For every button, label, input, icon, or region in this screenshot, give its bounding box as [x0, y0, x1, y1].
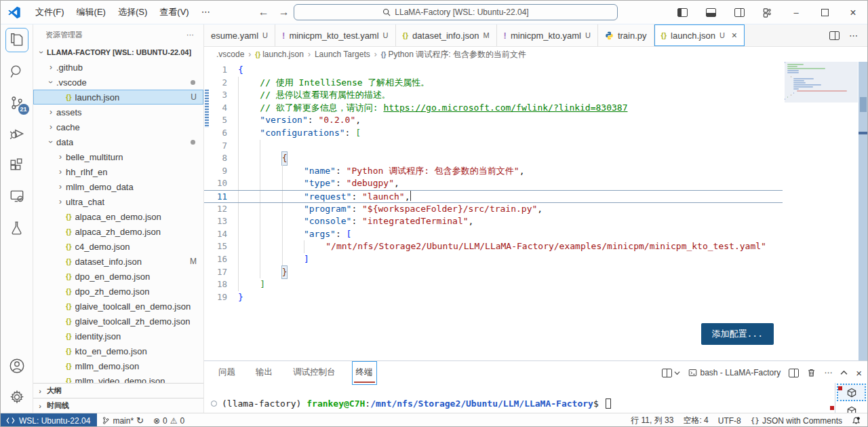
tree-item-glaive_toolcall_en_demo.json[interactable]: {}glaive_toolcall_en_demo.json	[33, 299, 203, 314]
tab-launch.json[interactable]: {}launch.jsonU×	[654, 24, 745, 46]
language-mode[interactable]: {} JSON with Comments	[746, 413, 847, 427]
run-debug-icon[interactable]	[1, 118, 33, 149]
tab-minicpm_kto.yaml[interactable]: !minicpm_kto.yamlU	[497, 24, 598, 46]
modified-dot	[191, 80, 195, 85]
menu-item-1[interactable]: 编辑(E)	[71, 5, 112, 20]
minimize-button[interactable]: –	[782, 1, 810, 24]
prompt-segment: /mnt/nfs/Storage2/Ubuntu/LLM/LLaMA-Facto…	[370, 398, 593, 409]
account-icon[interactable]	[1, 350, 33, 382]
tree-item-launch.json[interactable]: {}launch.jsonU	[33, 90, 203, 105]
window-controls: – ×	[668, 1, 867, 24]
search-icon[interactable]	[1, 56, 33, 87]
panel-tab-问题[interactable]: 问题	[216, 363, 237, 383]
terminal-tab-bash-1[interactable]	[837, 384, 866, 401]
tree-item-mllm_demo.json[interactable]: {}mllm_demo.json	[33, 358, 203, 373]
testing-icon[interactable]	[1, 212, 33, 243]
menu-item-0[interactable]: 文件(F)	[29, 5, 71, 20]
tree-item-kto_en_demo.json[interactable]: {}kto_en_demo.json	[33, 344, 203, 358]
close-button[interactable]: ×	[839, 1, 867, 24]
tab-esume.yaml[interactable]: esume.yamlU	[204, 24, 275, 46]
maximize-button[interactable]	[810, 1, 839, 24]
menu-item-4[interactable]: ⋯	[195, 5, 216, 20]
tree-item-label: dataset_info.json	[75, 257, 142, 267]
terminal-view[interactable]: (llama-factory) frankey@C7H:/mnt/nfs/Sto…	[204, 384, 867, 413]
panel-close-icon[interactable]: ×	[856, 367, 862, 379]
breadcrumb-item-0[interactable]: .vscode	[216, 50, 244, 59]
tree-item-identity.json[interactable]: {}identity.json	[33, 329, 203, 344]
panel-tab-终端[interactable]: 终端	[354, 363, 375, 383]
terminal-tab-label[interactable]: bash - LLaMA-Factory	[688, 368, 781, 377]
branch-indicator[interactable]: main* ↻	[97, 413, 149, 427]
back-arrow-icon[interactable]: ←	[258, 6, 269, 18]
line-number: 17	[204, 266, 238, 279]
tree-item-alpaca_zh_demo.json[interactable]: {}alpaca_zh_demo.json	[33, 224, 203, 239]
tree-item-ultra_chat[interactable]: ›ultra_chat	[33, 194, 203, 209]
new-terminal-dropdown[interactable]	[662, 369, 680, 377]
explorer-icon[interactable]	[1, 24, 33, 56]
remote-explorer-icon[interactable]	[1, 181, 33, 212]
close-icon[interactable]: ×	[732, 30, 737, 41]
toggle-panel-icon[interactable]	[696, 1, 725, 24]
tab-label: train.py	[618, 31, 647, 41]
breadcrumb-item-3[interactable]: {}Python 调试程序: 包含参数的当前文件	[381, 49, 526, 60]
tree-item-c4_demo.json[interactable]: {}c4_demo.json	[33, 239, 203, 254]
trash-icon[interactable]	[807, 368, 816, 377]
tree-item-mllm_demo_data[interactable]: ›mllm_demo_data	[33, 179, 203, 194]
problems-indicator[interactable]: ⊗ 0 ⚠ 0	[149, 413, 189, 427]
menu-item-3[interactable]: 查看(V)	[153, 5, 195, 20]
panel-tab-调试控制台[interactable]: 调试控制台	[291, 363, 338, 383]
tree-item-.vscode[interactable]: ›.vscode	[33, 75, 203, 90]
minimap-line	[793, 88, 799, 90]
minimap-line	[787, 66, 797, 67]
menu-item-2[interactable]: 选择(S)	[112, 5, 153, 20]
code-editor[interactable]: 1{2 // 使用 IntelliSense 了解相关属性。3 // 悬停以查看…	[204, 62, 867, 360]
tree-item-hh_rlhf_en[interactable]: ›hh_rlhf_en	[33, 164, 203, 179]
tree-item-alpaca_en_demo.json[interactable]: {}alpaca_en_demo.json	[33, 209, 203, 224]
breadcrumb-label: .vscode	[216, 50, 244, 59]
tree-item-data[interactable]: ›data	[33, 134, 203, 149]
breadcrumb-item-1[interactable]: {}launch.json	[255, 50, 304, 59]
split-terminal-icon[interactable]	[789, 369, 799, 377]
source-control-icon[interactable]: 21	[1, 87, 33, 118]
tab-strip-actions: ⋯	[820, 24, 867, 46]
tabs-more-icon[interactable]: ⋯	[849, 31, 858, 41]
tree-item-mllm_video_demo.json[interactable]: {}mllm_video_demo.json	[33, 373, 203, 383]
chevron-up-icon[interactable]	[840, 370, 848, 375]
errors-icon: ⊗	[153, 416, 160, 426]
notifications-bell[interactable]	[847, 413, 867, 427]
extensions-icon[interactable]	[1, 149, 33, 181]
tree-item-.github[interactable]: ›.github	[33, 60, 203, 75]
tree-item-dataset_info.json[interactable]: {}dataset_info.jsonM	[33, 254, 203, 269]
panel-tab-输出[interactable]: 输出	[254, 363, 275, 383]
settings-gear-icon[interactable]	[1, 382, 33, 413]
tree-item-glaive_toolcall_zh_demo.json[interactable]: {}glaive_toolcall_zh_demo.json	[33, 314, 203, 329]
tree-item-LLAMA-FACTORY [WSL: UBUNTU-22.04][interactable]: ›LLAMA-FACTORY [WSL: UBUNTU-22.04]	[33, 45, 203, 60]
minimap[interactable]	[785, 62, 858, 142]
scrollbar-handle[interactable]	[860, 97, 867, 112]
indentation-indicator[interactable]: 空格: 4	[678, 413, 713, 427]
sidebar-section-大纲[interactable]: ›大纲	[33, 383, 203, 398]
tab-dataset_info.json[interactable]: {}dataset_info.jsonM	[396, 24, 497, 46]
sidebar-section-时间线[interactable]: ›时间线	[33, 398, 203, 413]
tree-item-belle_multiturn[interactable]: ›belle_multiturn	[33, 149, 203, 164]
toggle-sidebar-icon[interactable]	[668, 1, 696, 24]
remote-indicator[interactable]: WSL: Ubuntu-22.04	[1, 413, 97, 427]
split-editor-icon[interactable]	[829, 31, 840, 40]
toggle-secondary-sidebar-icon[interactable]	[725, 1, 753, 24]
breadcrumb-item-2[interactable]: Launch Targets	[315, 50, 370, 59]
tree-item-cache[interactable]: ›cache	[33, 119, 203, 134]
tab-minicpm_kto_test.yaml[interactable]: !minicpm_kto_test.yamlU	[275, 24, 396, 46]
tree-item-dpo_en_demo.json[interactable]: {}dpo_en_demo.json	[33, 269, 203, 284]
tree-item-assets[interactable]: ›assets	[33, 105, 203, 119]
customize-layout-icon[interactable]	[753, 1, 782, 24]
tree-item-dpo_zh_demo.json[interactable]: {}dpo_zh_demo.json	[33, 284, 203, 299]
encoding-indicator[interactable]: UTF-8	[713, 413, 746, 427]
tab-train.py[interactable]: train.py	[598, 24, 654, 46]
panel-more-icon[interactable]: ⋯	[824, 368, 832, 377]
breadcrumb-separator: ›	[374, 50, 377, 59]
cursor-position[interactable]: 行 11, 列 33	[626, 413, 678, 427]
command-center-search[interactable]: LLaMA-Factory [WSL: Ubuntu-22.04]	[294, 4, 618, 20]
explorer-more-icon[interactable]: ⋯	[186, 31, 194, 39]
add-configuration-button[interactable]: 添加配置...	[701, 323, 774, 345]
forward-arrow-icon[interactable]: →	[279, 6, 290, 18]
